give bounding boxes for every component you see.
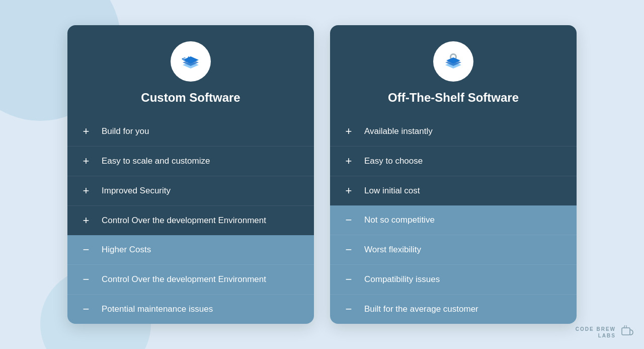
item-text: Control Over the development Environment <box>102 216 266 226</box>
plus-icon <box>79 155 93 168</box>
custom-cons-section: Higher Costs Control Over the developmen… <box>67 235 314 324</box>
list-item: Built for the average customer <box>330 294 577 324</box>
item-text: Potential maintenance issues <box>102 304 213 314</box>
item-text: Easy to choose <box>364 156 423 166</box>
item-text: Low initial cost <box>364 186 420 196</box>
list-item: Easy to scale and customize <box>67 146 314 176</box>
shelf-software-card: Off-The-Shelf Software Available instant… <box>330 25 577 324</box>
item-text: Not so competitive <box>364 215 435 225</box>
custom-icon-circle: </> <box>171 41 211 82</box>
shelf-pros-section: Available instantly Easy to choose Low i… <box>330 117 577 205</box>
list-item: Higher Costs <box>67 235 314 264</box>
plus-icon <box>342 184 355 197</box>
list-item: Not so competitive <box>330 205 577 235</box>
minus-icon <box>79 303 93 316</box>
item-text: Worst flexibility <box>364 245 421 255</box>
item-text: Built for the average customer <box>364 304 478 314</box>
watermark-line2: LABS <box>576 332 616 339</box>
plus-icon <box>79 184 93 197</box>
list-item: Build for you <box>67 117 314 146</box>
minus-icon <box>342 273 355 286</box>
list-item: Easy to choose <box>330 146 577 176</box>
plus-icon <box>79 214 93 227</box>
svg-rect-9 <box>622 328 630 335</box>
minus-icon <box>342 214 355 227</box>
plus-icon <box>342 125 355 138</box>
page-wrapper: </> Custom Software Build for you Easy t… <box>67 25 577 324</box>
plus-icon <box>342 155 355 168</box>
custom-pros-section: Build for you Easy to scale and customiz… <box>67 117 314 235</box>
minus-icon <box>79 243 93 256</box>
item-text: Higher Costs <box>102 245 151 255</box>
shelf-cons-section: Not so competitive Worst flexibility Com… <box>330 205 577 324</box>
plus-icon <box>79 125 93 138</box>
item-text: Control Over the development Environment <box>102 274 266 285</box>
shelf-card-title: Off-The-Shelf Software <box>388 91 519 105</box>
watermark-mug-icon <box>620 324 634 341</box>
list-item: Control Over the development Environment <box>67 205 314 235</box>
minus-icon <box>342 303 355 316</box>
shelf-icon-circle <box>433 41 473 82</box>
watermark-line1: CODE BREW <box>576 326 616 332</box>
minus-icon <box>79 273 93 286</box>
list-item: Worst flexibility <box>330 235 577 264</box>
list-item: Potential maintenance issues <box>67 294 314 324</box>
list-item: Control Over the development Environment <box>67 264 314 294</box>
custom-software-card: </> Custom Software Build for you Easy t… <box>67 25 314 324</box>
custom-card-title: Custom Software <box>141 91 240 105</box>
item-text: Improved Security <box>102 186 171 196</box>
item-text: Easy to scale and customize <box>102 156 210 166</box>
list-item: Low initial cost <box>330 176 577 205</box>
custom-card-header: </> Custom Software <box>67 25 314 117</box>
item-text: Build for you <box>102 126 149 136</box>
item-text: Compatibility issues <box>364 274 440 285</box>
item-text: Available instantly <box>364 126 433 136</box>
list-item: Compatibility issues <box>330 264 577 294</box>
watermark: CODE BREW LABS <box>576 324 634 341</box>
list-item: Improved Security <box>67 176 314 205</box>
list-item: Available instantly <box>330 117 577 146</box>
minus-icon <box>342 243 355 256</box>
shelf-card-header: Off-The-Shelf Software <box>330 25 577 117</box>
